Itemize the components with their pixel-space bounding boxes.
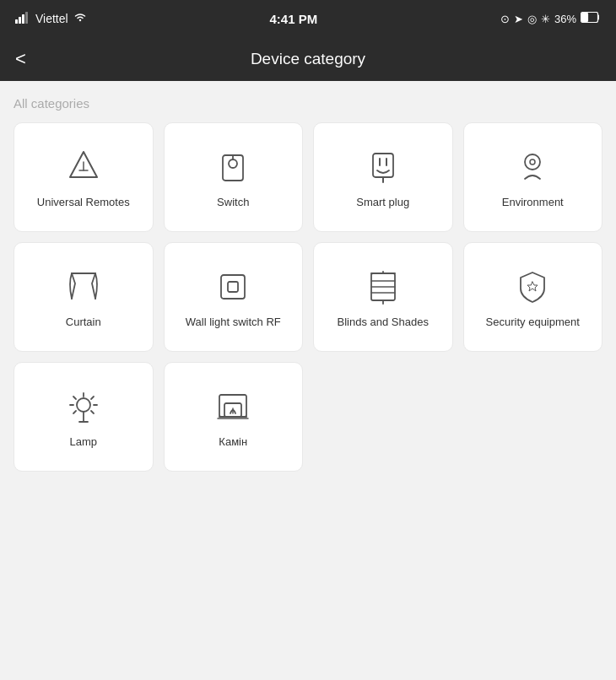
back-button[interactable]: < (15, 50, 26, 68)
svg-rect-1 (19, 17, 21, 24)
svg-line-36 (73, 411, 76, 413)
carrier-label: Viettel (35, 12, 68, 25)
category-label: Камін (219, 435, 247, 450)
wall-switch-icon (213, 267, 253, 307)
section-label: All categories (14, 96, 602, 111)
battery-icon (581, 12, 601, 25)
category-card-wall-light-switch-rf[interactable]: Wall light switch RF (164, 242, 304, 352)
status-right: ⊙ ➤ ◎ ✳ 36% (500, 12, 601, 25)
status-time: 4:41 PM (269, 12, 317, 26)
category-card-smart-plug[interactable]: Smart plug (313, 122, 453, 232)
category-card-lamp[interactable]: Lamp (14, 362, 154, 472)
category-label: Curtain (66, 316, 101, 330)
category-label: Universal Remotes (37, 196, 130, 210)
page-title: Device category (251, 50, 365, 68)
svg-rect-2 (22, 14, 24, 24)
alarm-icon: ◎ (527, 13, 537, 25)
wifi-icon (73, 12, 87, 25)
svg-line-34 (73, 397, 76, 399)
category-label: Lamp (69, 435, 97, 450)
category-card-security-equipment[interactable]: Security equipment (463, 242, 603, 352)
blinds-icon (363, 267, 403, 307)
svg-point-17 (530, 159, 535, 165)
remote-icon (63, 147, 104, 187)
header: < Device category (0, 37, 616, 81)
curtain-icon (63, 267, 104, 307)
svg-line-31 (91, 397, 94, 399)
bluetooth-icon: ✳ (541, 13, 550, 25)
lamp-icon (63, 386, 104, 427)
category-card-curtain[interactable]: Curtain (14, 242, 154, 352)
signal-icon (15, 12, 30, 26)
category-label: Security equipment (486, 316, 580, 330)
svg-rect-20 (228, 282, 238, 292)
category-card-environment[interactable]: Environment (463, 122, 603, 232)
category-label: Smart plug (356, 196, 409, 210)
svg-rect-0 (15, 19, 18, 24)
category-card-universal-remotes[interactable]: Universal Remotes (14, 122, 154, 232)
svg-rect-5 (582, 13, 588, 22)
svg-rect-19 (221, 275, 245, 299)
switch-icon (213, 147, 253, 187)
category-label: Switch (217, 196, 249, 210)
category-card-switch[interactable]: Switch (164, 122, 304, 232)
fireplace-icon (213, 386, 253, 427)
environment-icon (512, 147, 553, 187)
category-card-kamin[interactable]: Камін (164, 362, 304, 472)
status-left: Viettel (15, 12, 87, 26)
svg-line-33 (91, 411, 94, 413)
content-area: All categories Universal Remotes (0, 81, 616, 485)
category-grid: Universal Remotes Switch (14, 122, 602, 472)
plug-icon (363, 147, 403, 187)
svg-point-10 (229, 159, 237, 168)
lock-icon: ⊙ (500, 13, 510, 25)
svg-rect-3 (25, 12, 28, 24)
category-label: Blinds and Shades (338, 316, 429, 330)
category-card-blinds-and-shades[interactable]: Blinds and Shades (313, 242, 453, 352)
svg-point-16 (525, 154, 540, 170)
status-bar: Viettel 4:41 PM ⊙ ➤ ◎ ✳ 36% (0, 0, 616, 37)
svg-point-29 (77, 398, 90, 412)
category-label: Environment (502, 196, 564, 210)
battery-label: 36% (554, 13, 576, 25)
location-icon: ➤ (514, 13, 523, 25)
security-icon (512, 267, 553, 307)
svg-marker-28 (527, 282, 538, 291)
category-label: Wall light switch RF (186, 316, 281, 330)
